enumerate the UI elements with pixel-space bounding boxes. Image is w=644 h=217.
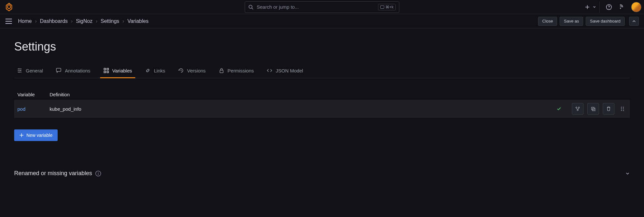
chevron-right-icon: ›	[35, 18, 37, 24]
tab-label: Variables	[112, 68, 132, 73]
new-variable-label: New variable	[26, 133, 52, 138]
page-title: Settings	[14, 40, 630, 53]
code-icon	[267, 68, 272, 73]
svg-rect-19	[592, 108, 595, 111]
help-button[interactable]	[603, 2, 614, 13]
history-icon	[178, 68, 184, 73]
menu-toggle[interactable]	[5, 18, 12, 24]
svg-rect-2	[380, 5, 384, 8]
breadcrumb-variables[interactable]: Variables	[128, 18, 149, 24]
svg-point-0	[249, 5, 252, 8]
chevron-right-icon: ›	[71, 18, 72, 24]
grafana-logo[interactable]	[4, 2, 14, 12]
svg-point-6	[19, 69, 20, 70]
svg-rect-11	[107, 68, 109, 70]
renamed-section-title: Renamed or missing variables	[14, 170, 92, 177]
save-as-button[interactable]: Save as	[560, 17, 583, 26]
tab-variables[interactable]: Variables	[103, 68, 132, 78]
drag-handle-icon[interactable]	[618, 106, 627, 111]
svg-rect-18	[592, 107, 594, 110]
sliders-icon	[17, 68, 23, 73]
new-variable-button[interactable]: New variable	[14, 129, 58, 141]
svg-point-27	[98, 172, 99, 173]
link-icon	[145, 68, 151, 73]
lock-icon	[219, 68, 224, 73]
info-icon[interactable]	[95, 171, 101, 176]
tab-general[interactable]: General	[17, 68, 43, 78]
svg-rect-10	[104, 68, 106, 70]
plus-icon	[19, 133, 24, 137]
tab-json-model[interactable]: JSON Model	[267, 68, 303, 78]
breadcrumb-signoz[interactable]: SigNoz	[76, 18, 93, 24]
svg-point-15	[576, 107, 577, 108]
svg-point-20	[621, 107, 622, 108]
svg-point-7	[20, 70, 21, 71]
breadcrumb-home[interactable]: Home	[18, 18, 32, 24]
svg-point-16	[578, 107, 580, 108]
search-shortcut: ⌘+k	[378, 4, 396, 10]
svg-point-8	[19, 72, 20, 73]
svg-rect-9	[56, 68, 61, 71]
svg-point-23	[623, 108, 624, 109]
search-placeholder: Search or jump to...	[257, 4, 378, 10]
svg-point-17	[577, 109, 578, 111]
svg-point-25	[623, 110, 624, 111]
svg-line-1	[252, 8, 253, 9]
close-button[interactable]: Close	[538, 17, 557, 26]
svg-point-24	[621, 110, 622, 111]
svg-point-4	[609, 8, 609, 9]
save-dashboard-button[interactable]: Save dashboard	[586, 17, 625, 26]
tab-versions[interactable]: Versions	[178, 68, 206, 78]
search-icon	[248, 5, 253, 10]
duplicate-button[interactable]	[587, 103, 599, 115]
tab-label: JSON Model	[276, 68, 303, 73]
svg-rect-13	[107, 71, 109, 73]
add-button[interactable]	[582, 2, 593, 13]
grid-icon	[103, 68, 109, 73]
tab-links[interactable]: Links	[145, 68, 165, 78]
variable-definition: kube_pod_info	[50, 106, 556, 112]
search-input[interactable]: Search or jump to... ⌘+k	[245, 1, 399, 13]
check-icon	[556, 106, 562, 111]
breadcrumb-settings[interactable]: Settings	[101, 18, 119, 24]
svg-rect-28	[98, 173, 99, 175]
dependencies-button[interactable]	[572, 103, 583, 115]
table-row: pod kube_pod_info	[14, 100, 630, 118]
tab-label: Versions	[187, 68, 206, 73]
tab-label: Links	[154, 68, 165, 73]
svg-rect-12	[104, 71, 106, 73]
svg-point-21	[623, 107, 624, 108]
tab-annotations[interactable]: Annotations	[56, 68, 90, 78]
collapse-button[interactable]	[629, 17, 639, 26]
chevron-right-icon: ›	[96, 18, 97, 24]
svg-point-22	[621, 108, 622, 109]
tab-label: Annotations	[65, 68, 90, 73]
tab-permissions[interactable]: Permissions	[219, 68, 254, 78]
svg-rect-14	[220, 70, 223, 73]
chevron-down-icon[interactable]	[593, 5, 596, 9]
variable-name-link[interactable]: pod	[17, 106, 50, 112]
comment-icon	[56, 68, 62, 73]
expand-section-button[interactable]	[625, 171, 630, 176]
delete-button[interactable]	[603, 103, 614, 115]
svg-point-5	[620, 8, 621, 9]
chevron-right-icon: ›	[122, 18, 124, 24]
news-button[interactable]	[616, 2, 627, 13]
tab-label: Permissions	[228, 68, 254, 73]
tab-label: General	[26, 68, 43, 73]
column-header-variable: Variable	[17, 92, 50, 97]
column-header-definition: Definition	[50, 92, 627, 97]
breadcrumb-dashboards[interactable]: Dashboards	[40, 18, 68, 24]
avatar[interactable]	[631, 2, 641, 12]
